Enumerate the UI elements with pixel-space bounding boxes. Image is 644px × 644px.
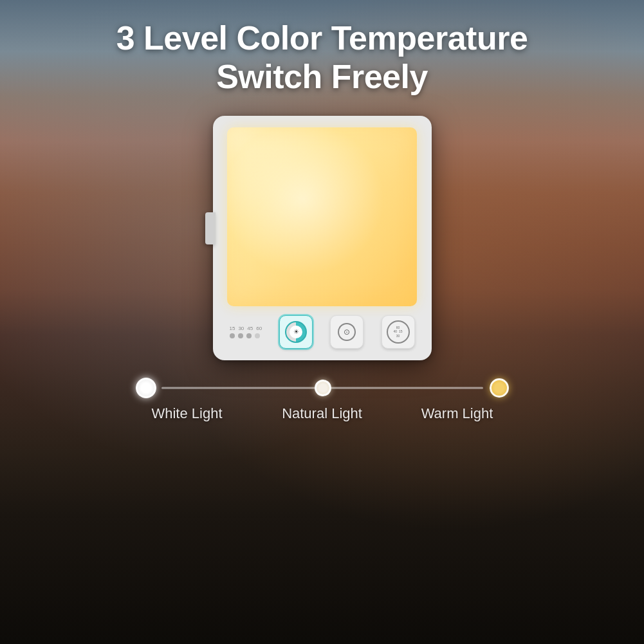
- dot-1: [230, 333, 235, 338]
- lamp-device: 15 30 45 60 ☀: [213, 116, 432, 360]
- warm-light-label: Warm Light: [406, 405, 509, 422]
- dot-2: [238, 333, 243, 338]
- side-button[interactable]: [205, 212, 216, 244]
- light-dial: ⊙: [338, 323, 356, 341]
- dot-3: [246, 333, 252, 338]
- timer-dial: 60 40 15 30: [387, 320, 410, 344]
- lamp-panel: [227, 127, 417, 306]
- labels-row: White Light Natural Light Warm Light: [136, 405, 509, 422]
- timer-45: 45: [247, 326, 253, 331]
- light-mode-button[interactable]: ⊙: [330, 315, 363, 349]
- title-line2: Switch Freely: [116, 58, 528, 97]
- knob-circle: ☀: [285, 321, 307, 343]
- warm-light-text: Warm Light: [421, 405, 493, 422]
- lamp-controls: 15 30 45 60 ☀: [225, 315, 420, 349]
- title-line1: 3 Level Color Temperature: [116, 19, 528, 58]
- natural-light-text: Natural Light: [282, 405, 362, 422]
- timer-15: 15: [230, 326, 235, 331]
- title-area: 3 Level Color Temperature Switch Freely: [116, 19, 528, 97]
- lamp-area: 15 30 45 60 ☀: [213, 116, 432, 360]
- slider-track-container: [136, 386, 509, 390]
- natural-light-dot: [315, 380, 331, 396]
- timer-60: 60: [256, 326, 262, 331]
- main-title: 3 Level Color Temperature Switch Freely: [116, 19, 528, 97]
- white-light-label: White Light: [136, 405, 239, 422]
- timer-30: 30: [238, 326, 244, 331]
- main-knob-button[interactable]: ☀: [279, 315, 313, 349]
- light-dial-icon: ⊙: [344, 327, 350, 336]
- dot-4: [255, 333, 260, 338]
- knob-inner: ☀: [290, 326, 302, 338]
- natural-light-label: Natural Light: [271, 405, 374, 422]
- slider-dots-row: [136, 378, 509, 398]
- dots-row: [230, 333, 260, 338]
- white-light-dot: [136, 378, 156, 398]
- timer-dial-text: 60 40 15 30: [394, 326, 403, 338]
- main-container: 3 Level Color Temperature Switch Freely …: [0, 0, 644, 644]
- timer-labels: 15 30 45 60: [230, 326, 262, 331]
- timer-dots-area: 15 30 45 60: [230, 326, 262, 338]
- color-slider-area: White Light Natural Light Warm Light: [97, 386, 547, 422]
- knob-icon: ☀: [293, 328, 299, 335]
- white-light-text: White Light: [151, 405, 222, 422]
- warm-light-dot: [490, 378, 509, 398]
- timer-button[interactable]: 60 40 15 30: [382, 315, 415, 349]
